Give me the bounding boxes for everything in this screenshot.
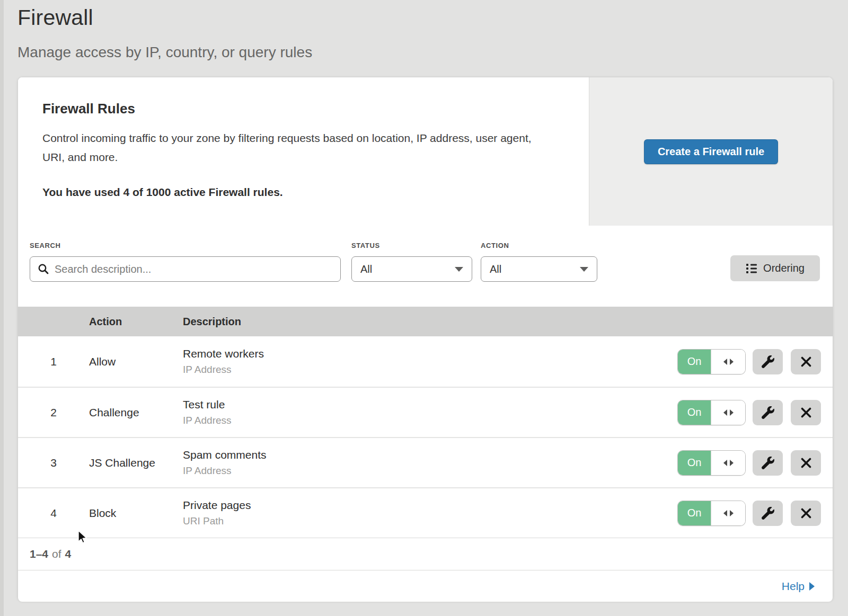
create-firewall-rule-button[interactable]: Create a Firewall rule: [644, 139, 778, 164]
wrench-icon: [762, 457, 774, 469]
rules-usage-text: You have used 4 of 1000 active Firewall …: [42, 186, 557, 199]
rule-description: Private pages: [183, 499, 677, 512]
edit-rule-button[interactable]: [753, 400, 783, 425]
edit-rule-button[interactable]: [753, 501, 783, 526]
help-link-label: Help: [782, 580, 805, 593]
status-select-value: All: [360, 263, 372, 275]
rule-action: Allow: [89, 355, 183, 368]
chevron-down-icon: [580, 267, 588, 272]
table-row: 1 Allow Remote workers IP Address On: [18, 336, 833, 387]
column-header-action: Action: [89, 316, 183, 328]
delete-rule-button[interactable]: [791, 450, 821, 476]
rule-description: Test rule: [183, 398, 677, 411]
rule-match-field: IP Address: [183, 465, 677, 477]
rule-controls: On: [677, 349, 821, 374]
status-select[interactable]: All: [351, 256, 472, 282]
wrench-icon: [762, 406, 774, 419]
ordering-button[interactable]: Ordering: [730, 255, 820, 281]
toggle-arrows-icon: [711, 501, 745, 525]
rule-match-field: IP Address: [183, 415, 677, 426]
toggle-arrows-icon: [711, 400, 745, 425]
rule-priority: 1: [18, 355, 89, 368]
status-filter-group: STATUS All: [351, 242, 472, 282]
rule-description-cell: Private pages URI Path: [183, 499, 677, 527]
rules-list: 1 Allow Remote workers IP Address On: [18, 336, 833, 538]
ordering-button-label: Ordering: [763, 262, 805, 274]
table-header: Action Description: [18, 307, 833, 336]
ordered-list-icon: [746, 263, 757, 274]
edit-rule-button[interactable]: [753, 450, 783, 476]
toggle-arrows-icon: [711, 451, 745, 475]
rule-priority: 3: [18, 457, 89, 469]
right-triangle-icon: [809, 582, 815, 591]
rule-match-field: IP Address: [183, 364, 677, 376]
rule-description-cell: Remote workers IP Address: [183, 347, 677, 376]
page-header: Firewall Manage access by IP, country, o…: [0, 0, 848, 61]
chevron-down-icon: [455, 267, 463, 272]
close-x-icon: [800, 507, 812, 519]
filters-bar: SEARCH STATUS All ACTION All: [18, 226, 833, 307]
intro-panel: Firewall Rules Control incoming traffic …: [18, 77, 589, 226]
toggle-arrows-icon: [711, 350, 745, 374]
search-icon: [38, 263, 49, 275]
status-label: STATUS: [351, 242, 472, 249]
close-x-icon: [800, 407, 812, 418]
rule-description: Remote workers: [183, 347, 677, 360]
action-filter-group: ACTION All: [481, 242, 597, 282]
pagination-separator: of: [52, 548, 61, 560]
rule-priority: 4: [18, 507, 89, 520]
table-row: 4 Block Private pages URI Path On: [18, 487, 833, 538]
pagination-range: 1–4: [30, 548, 48, 560]
intro-description: Control incoming traffic to your zone by…: [42, 129, 543, 167]
toggle-on-label: On: [678, 501, 711, 525]
enable-toggle[interactable]: On: [677, 450, 746, 476]
rule-description-cell: Spam comments IP Address: [183, 449, 677, 477]
wrench-icon: [762, 507, 774, 520]
delete-rule-button[interactable]: [791, 349, 821, 374]
ordering-wrap: Ordering: [730, 242, 820, 281]
rule-description: Spam comments: [183, 449, 677, 461]
toggle-on-label: On: [678, 451, 711, 475]
rule-controls: On: [677, 400, 821, 425]
delete-rule-button[interactable]: [791, 400, 821, 425]
enable-toggle[interactable]: On: [677, 501, 746, 526]
rule-action: Block: [89, 507, 183, 520]
rule-action: Challenge: [89, 406, 183, 419]
rule-action: JS Challenge: [89, 457, 183, 469]
enable-toggle[interactable]: On: [677, 349, 746, 374]
help-footer: Help: [18, 570, 833, 602]
table-row: 3 JS Challenge Spam comments IP Address …: [18, 437, 833, 487]
wrench-icon: [762, 355, 774, 368]
rule-controls: On: [677, 501, 821, 526]
action-select[interactable]: All: [481, 256, 597, 282]
rule-match-field: URI Path: [183, 515, 677, 527]
firewall-rules-card: Firewall Rules Control incoming traffic …: [17, 77, 833, 601]
search-filter-group: SEARCH: [30, 242, 341, 282]
pagination: 1–4 of 4: [18, 538, 833, 570]
intro-heading: Firewall Rules: [42, 101, 557, 117]
rule-priority: 2: [18, 406, 89, 419]
toggle-on-label: On: [678, 400, 711, 425]
delete-rule-button[interactable]: [791, 501, 821, 526]
toggle-on-label: On: [678, 350, 711, 374]
close-x-icon: [800, 356, 812, 368]
close-x-icon: [800, 457, 812, 469]
rule-description-cell: Test rule IP Address: [183, 398, 677, 426]
pagination-total: 4: [65, 548, 72, 560]
help-link[interactable]: Help: [782, 580, 815, 593]
search-box[interactable]: [30, 256, 341, 282]
table-row: 2 Challenge Test rule IP Address On: [18, 387, 833, 437]
action-select-value: All: [490, 263, 501, 275]
page-subtitle: Manage access by IP, country, or query r…: [17, 44, 848, 61]
page-title: Firewall: [17, 5, 848, 30]
column-header-description: Description: [183, 316, 833, 328]
action-label: ACTION: [481, 242, 597, 249]
rule-controls: On: [677, 450, 821, 476]
search-label: SEARCH: [30, 242, 341, 249]
card-top-section: Firewall Rules Control incoming traffic …: [18, 77, 833, 226]
enable-toggle[interactable]: On: [677, 400, 746, 425]
search-input[interactable]: [55, 263, 333, 275]
cta-panel: Create a Firewall rule: [589, 77, 833, 226]
edit-rule-button[interactable]: [753, 349, 783, 374]
